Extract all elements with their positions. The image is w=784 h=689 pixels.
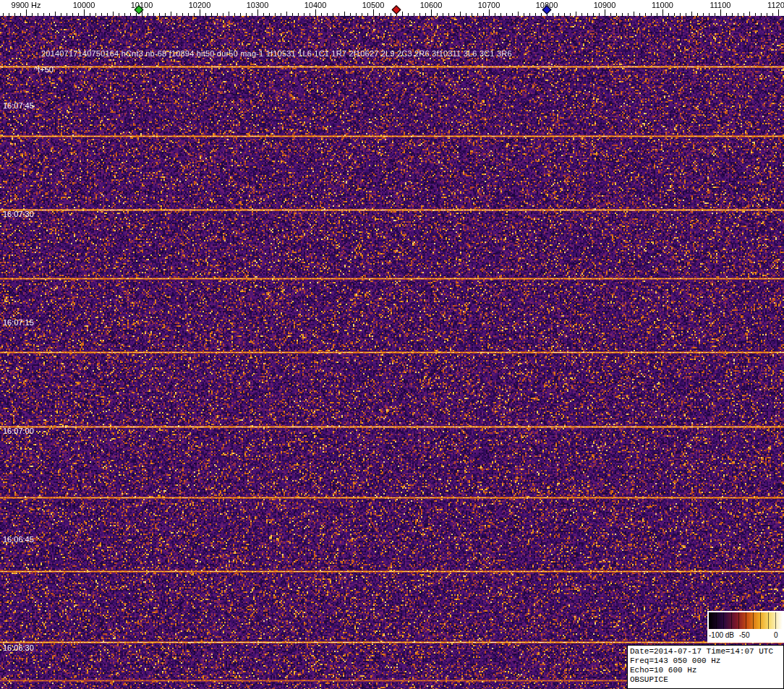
ruler-tick: [385, 13, 385, 16]
ruler-tick: [14, 13, 15, 16]
ruler-tick: [634, 12, 634, 16]
frequency-ruler: 9900 Hz100001010010200103001040010500106…: [0, 0, 784, 16]
freq-tick-label: 11100: [710, 1, 731, 9]
ruler-tick: [379, 13, 380, 16]
freq-tick-label: 11000: [652, 1, 673, 9]
ruler-tick: [680, 13, 681, 16]
ruler-tick: [176, 13, 177, 16]
app-window: 9900 Hz100001010010200103001040010500106…: [0, 0, 784, 689]
ruler-tick: [321, 13, 322, 16]
freq-tick-label: 10600: [420, 1, 443, 9]
ruler-tick: [327, 13, 328, 16]
ruler-tick: [778, 9, 779, 16]
ruler-tick: [3, 13, 4, 16]
ruler-tick: [252, 13, 252, 16]
ruler-tick: [715, 13, 715, 16]
ruler-tick: [703, 13, 704, 16]
ruler-tick: [726, 13, 727, 16]
ruler-tick: [281, 13, 281, 16]
ruler-tick: [171, 12, 171, 16]
ruler-tick: [350, 13, 351, 16]
ruler-tick: [373, 9, 374, 16]
freq-tick-label: 10400: [304, 1, 327, 9]
ruler-tick: [529, 13, 530, 16]
ruler-tick: [107, 13, 108, 16]
ruler-tick: [767, 13, 767, 16]
ruler-tick: [49, 13, 50, 16]
ruler-tick: [188, 13, 189, 16]
freq-tick-label: 10900: [594, 1, 616, 9]
freq-tick-label: 10200: [189, 1, 211, 9]
ruler-tick: [686, 13, 686, 16]
ruler-tick: [454, 13, 455, 16]
ruler-tick: [558, 13, 559, 16]
ruler-tick: [743, 13, 744, 16]
ruler-tick: [159, 13, 160, 16]
ruler-tick: [495, 13, 495, 16]
ruler-tick: [460, 12, 461, 16]
ruler-tick: [732, 13, 733, 16]
ruler-tick: [477, 13, 478, 16]
ruler-tick: [367, 13, 368, 16]
ruler-tick: [9, 13, 9, 16]
ruler-tick: [72, 13, 73, 16]
ruler-tick: [38, 13, 38, 16]
ruler-tick: [223, 13, 223, 16]
ruler-tick: [483, 13, 484, 16]
ruler-tick: [240, 13, 241, 16]
ruler-tick: [709, 13, 710, 16]
ruler-tick: [344, 12, 345, 16]
ruler-tick: [628, 13, 629, 16]
ruler-tick: [148, 13, 148, 16]
ruler-tick: [587, 13, 588, 16]
ruler-tick: [581, 13, 582, 16]
ruler-tick: [153, 13, 154, 16]
ruler-tick: [194, 13, 195, 16]
ruler-tick: [119, 13, 119, 16]
ruler-tick: [489, 9, 490, 16]
ruler-tick: [263, 13, 264, 16]
ruler-tick: [315, 9, 316, 16]
ruler-tick: [402, 12, 403, 16]
ruler-tick: [570, 13, 571, 16]
info-date-line: Date=2014-07-17 Time=14:07 UTC: [630, 647, 783, 656]
ruler-tick: [310, 13, 310, 16]
colorbar-gradient: [709, 612, 783, 629]
ruler-tick: [738, 13, 738, 16]
ruler-tick: [90, 13, 90, 16]
ruler-tick: [425, 13, 426, 16]
ruler-tick: [691, 12, 692, 16]
ruler-tick: [593, 13, 594, 16]
ruler-tick: [564, 13, 565, 16]
ruler-tick: [32, 13, 33, 16]
ruler-tick: [419, 13, 420, 16]
ruler-tick: [749, 12, 750, 16]
ruler-tick: [651, 13, 652, 16]
ruler-tick: [414, 13, 414, 16]
ruler-tick: [333, 13, 333, 16]
info-echo-line: Echo=10 600 Hz: [630, 666, 783, 675]
ruler-tick: [639, 13, 640, 16]
ruler-tick: [229, 12, 229, 16]
ruler-tick: [524, 13, 524, 16]
ruler-tick: [761, 13, 762, 16]
ruler-tick: [43, 13, 44, 16]
ruler-tick: [437, 13, 438, 16]
ruler-tick: [553, 13, 553, 16]
ruler-tick: [657, 13, 657, 16]
ruler-tick: [356, 13, 357, 16]
ruler-tick: [182, 13, 183, 16]
ruler-tick: [20, 13, 21, 16]
ruler-tick: [67, 13, 67, 16]
spectrogram-canvas: [0, 16, 784, 689]
red-frequency-marker-icon[interactable]: [392, 5, 401, 14]
freq-tick-label: 9900 Hz: [12, 1, 41, 9]
ruler-tick: [610, 13, 611, 16]
ruler-tick: [165, 13, 166, 16]
ruler-tick: [431, 9, 432, 16]
ruler-tick: [599, 13, 600, 16]
ruler-tick: [605, 9, 605, 16]
ruler-tick: [338, 13, 339, 16]
ruler-tick: [124, 13, 125, 16]
ruler-tick: [304, 13, 304, 16]
